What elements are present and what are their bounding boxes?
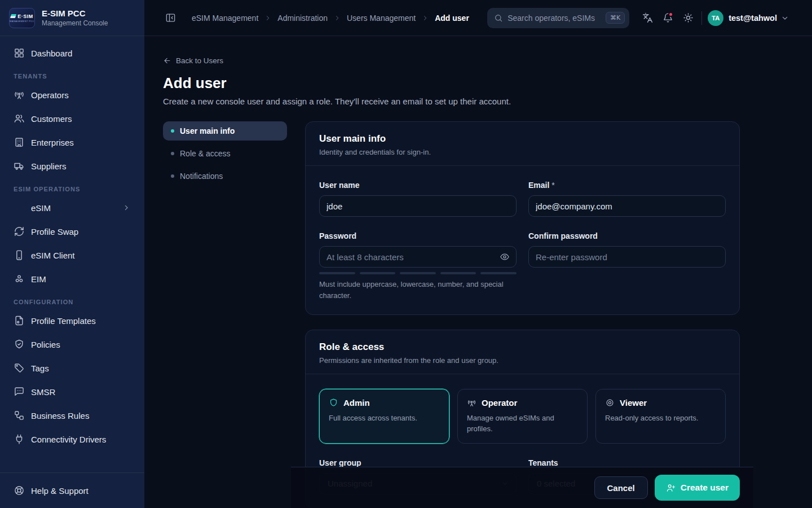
sidebar-item-policies[interactable]: Policies — [7, 336, 138, 352]
cancel-button[interactable]: Cancel — [594, 476, 648, 499]
sidebar-item-connectivity-drivers[interactable]: Connectivity Drivers — [7, 431, 138, 447]
username-field[interactable] — [319, 195, 517, 217]
workflow-icon — [14, 410, 25, 421]
breadcrumb-administration[interactable]: Administration — [277, 14, 328, 23]
sidebar-item-tags[interactable]: Tags — [7, 360, 138, 376]
role-option-operator[interactable]: Operator Manage owned eSIMs and profiles… — [457, 389, 588, 444]
tenants-label: Tenants — [528, 458, 726, 467]
confirm-password-field[interactable] — [528, 246, 726, 268]
card-subtitle: Identity and credentials for sign-in. — [319, 148, 726, 156]
message-dots-icon — [14, 386, 25, 397]
logo-flag-icon — [10, 14, 16, 18]
strength-segment — [360, 272, 396, 274]
tag-icon — [14, 362, 25, 374]
swap-arrows-icon — [14, 226, 25, 237]
breadcrumb: eSIM Management Administration Users Man… — [192, 14, 469, 23]
user-group-label: User group — [319, 458, 517, 467]
form-action-bar: Cancel Create user — [291, 467, 753, 508]
sidebar-item-dashboard[interactable]: Dashboard — [7, 45, 138, 61]
sidebar-item-smsr[interactable]: SMSR — [7, 384, 138, 400]
sidebar-item-esim[interactable]: eSIM — [7, 200, 138, 216]
search-input[interactable] — [508, 14, 601, 23]
language-button[interactable] — [637, 8, 657, 28]
breadcrumb-esim-management[interactable]: eSIM Management — [192, 14, 258, 23]
file-template-icon — [14, 315, 25, 326]
password-field[interactable] — [319, 246, 517, 268]
sun-icon — [683, 12, 694, 23]
sidebar-item-enterprises[interactable]: Enterprises — [7, 134, 138, 150]
step-user-main-info[interactable]: User main info — [163, 121, 287, 141]
sidebar-item-customers[interactable]: Customers — [7, 111, 138, 126]
global-search[interactable]: ⌘K — [487, 8, 629, 28]
sidebar-item-suppliers[interactable]: Suppliers — [7, 158, 138, 174]
sidebar-collapse-button[interactable] — [164, 11, 177, 25]
step-role-access[interactable]: Role & access — [163, 144, 287, 163]
avatar: TA — [708, 10, 723, 26]
sidebar-item-label: eSIM — [31, 203, 51, 213]
strength-segment — [400, 272, 436, 274]
role-option-admin[interactable]: Admin Full access across tenants. — [319, 389, 449, 444]
breadcrumb-add-user: Add user — [435, 14, 469, 23]
page-subtitle: Create a new console user and assign a r… — [163, 97, 812, 106]
sidebar-item-label: Dashboard — [31, 49, 72, 58]
sidebar-item-label: Suppliers — [31, 161, 67, 171]
required-mark: * — [551, 181, 554, 190]
panel-left-icon — [165, 12, 176, 23]
user-main-info-card: User main info Identity and credentials … — [305, 121, 740, 315]
role-option-viewer[interactable]: Viewer Read-only access to reports. — [595, 389, 726, 444]
users-icon — [14, 113, 25, 124]
top-header: eSIM Management Administration Users Man… — [144, 0, 812, 36]
password-strength-meter — [319, 272, 517, 274]
account-menu[interactable]: TA test@tahwol — [708, 10, 789, 26]
role-name: Admin — [343, 398, 370, 408]
logo-text: E·SIM — [17, 14, 33, 19]
main-content: Back to Users Add user Create a new cons… — [144, 36, 812, 508]
radio-tower-icon — [467, 398, 476, 408]
chevron-right-icon — [421, 14, 429, 22]
truck-icon — [14, 160, 25, 172]
sidebar-item-eim[interactable]: EIM — [7, 271, 138, 287]
sidebar-item-business-rules[interactable]: Business Rules — [7, 408, 138, 423]
card-title: Role & access — [319, 341, 726, 353]
create-user-button[interactable]: Create user — [655, 475, 740, 501]
email-field[interactable] — [528, 195, 726, 217]
sidebar-item-label: Business Rules — [31, 411, 89, 421]
theme-toggle-button[interactable] — [678, 8, 698, 28]
role-name: Operator — [482, 398, 517, 408]
keyboard-shortcut-badge: ⌘K — [606, 12, 625, 24]
building-icon — [14, 137, 25, 148]
notifications-button[interactable] — [657, 8, 678, 28]
search-icon — [494, 14, 503, 23]
sidebar-item-label: SMSR — [31, 387, 55, 397]
sidebar-item-label: Help & Support — [31, 486, 89, 496]
step-label: User main info — [180, 126, 235, 135]
chevron-right-icon — [122, 203, 131, 212]
card-subtitle: Permissions are inherited from the role … — [319, 356, 726, 365]
sidebar-item-help-support[interactable]: Help & Support — [7, 483, 138, 498]
sidebar-item-esim-client[interactable]: eSIM Client — [7, 247, 138, 263]
sidebar-item-profile-swap[interactable]: Profile Swap — [7, 224, 138, 239]
sidebar-section-configuration: CONFIGURATION — [14, 299, 131, 305]
brand[interactable]: E·SIM MANAGEMENT PCC E-SIM PCC Managemen… — [0, 0, 144, 36]
create-user-label: Create user — [681, 483, 729, 493]
dashboard-grid-icon — [14, 47, 25, 59]
toggle-password-visibility-button[interactable] — [500, 252, 510, 262]
shield-icon — [329, 398, 338, 408]
chevron-down-icon — [780, 14, 789, 23]
card-title: User main info — [319, 133, 726, 144]
sidebar-item-label: Profile Swap — [31, 227, 78, 237]
sidebar-item-operators[interactable]: Operators — [7, 87, 138, 103]
sidebar-item-profile-templates[interactable]: Profile Templates — [7, 313, 138, 329]
strength-segment — [319, 272, 355, 274]
back-to-users-link[interactable]: Back to Users — [163, 56, 223, 65]
step-notifications[interactable]: Notifications — [163, 167, 287, 186]
arrow-left-icon — [163, 56, 171, 65]
chevron-right-icon — [333, 14, 341, 22]
step-label: Role & access — [180, 149, 230, 158]
sidebar-item-label: Operators — [31, 90, 69, 100]
sidebar-section-tenants: TENANTS — [14, 73, 131, 80]
header-divider — [701, 11, 702, 25]
breadcrumb-users-management[interactable]: Users Management — [347, 14, 416, 23]
sidebar-item-label: EIM — [31, 274, 46, 284]
back-link-label: Back to Users — [176, 56, 223, 65]
